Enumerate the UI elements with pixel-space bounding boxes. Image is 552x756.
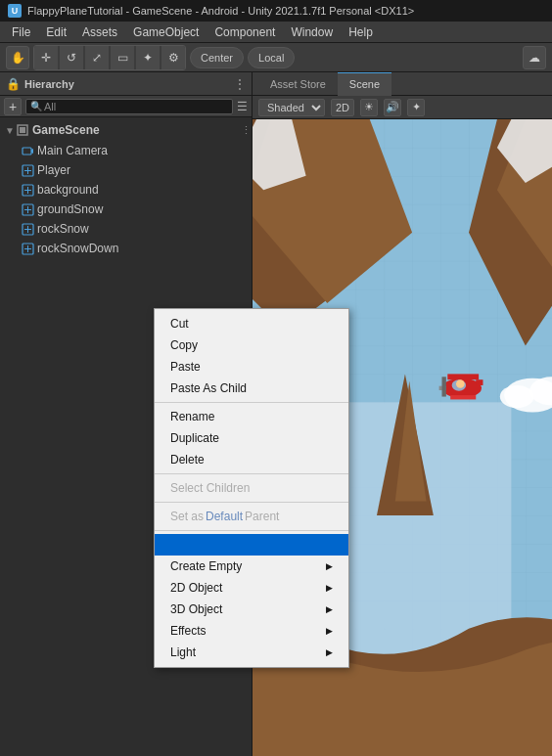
item-label-groundsnow: groundSnow	[37, 202, 103, 216]
center-label: Center	[201, 52, 233, 64]
ctx-create-empty[interactable]	[155, 534, 348, 556]
ctx-select-children: Select Children	[155, 477, 348, 499]
gameobject-icon-background	[22, 184, 34, 197]
scene-tabs: Asset Store Scene	[258, 72, 391, 96]
svg-rect-2	[23, 148, 31, 155]
menu-help[interactable]: Help	[341, 23, 381, 41]
list-item[interactable]: rockSnowDown	[0, 239, 252, 258]
search-icon: 🔍	[30, 101, 42, 111]
item-label-background: background	[37, 183, 99, 197]
toolbar: ✋ ✛ ↺ ⤢ ▭ ✦ ⚙ Center Local ☁	[0, 43, 552, 72]
hierarchy-add-btn[interactable]: +	[4, 98, 22, 115]
rotate-tool-btn[interactable]: ↺	[60, 46, 83, 69]
collab-btn[interactable]: ☁	[523, 46, 546, 69]
rect-tool-btn[interactable]: ▭	[111, 46, 134, 69]
lighting-toggle-btn[interactable]: ☀	[360, 99, 378, 116]
tab-asset-store[interactable]: Asset Store	[258, 72, 338, 96]
item-label-rocksnow: rockSnow	[37, 222, 89, 236]
move-tool-btn[interactable]: ✛	[34, 46, 58, 69]
menu-assets[interactable]: Assets	[74, 23, 125, 41]
ctx-sep-2	[155, 473, 348, 474]
ctx-delete[interactable]: Delete	[155, 449, 348, 470]
svg-point-32	[500, 385, 534, 408]
gameobject-icon-maincamera	[22, 145, 34, 157]
gameobject-icon-rocksnowdown	[22, 243, 34, 255]
app-icon: U	[8, 4, 22, 18]
menu-bar: File Edit Assets GameObject Component Wi…	[0, 22, 552, 43]
scene-tabs-bar: Asset Store Scene	[253, 72, 552, 96]
item-label-player: Player	[37, 163, 70, 177]
transform-tools: ✛ ↺ ⤢ ▭ ✦ ⚙	[33, 45, 186, 70]
hierarchy-lock-icon[interactable]: 🔒	[6, 77, 21, 91]
list-item[interactable]: background	[0, 180, 252, 200]
menu-component[interactable]: Component	[207, 23, 283, 41]
title-bar: U FlappyPlaneTutorial - GameScene - Andr…	[0, 0, 552, 22]
gameobject-icon-groundsnow	[22, 203, 34, 216]
list-item[interactable]: rockSnow	[0, 219, 252, 239]
list-item[interactable]: Main Camera	[0, 141, 252, 160]
fx-toggle-btn[interactable]: ✦	[407, 99, 425, 116]
hierarchy-filter-icon[interactable]: ☰	[237, 100, 248, 113]
ctx-audio[interactable]: Light	[155, 642, 348, 663]
svg-rect-38	[476, 379, 483, 385]
ctx-rename[interactable]: Rename	[155, 406, 348, 427]
ctx-paste-as-child[interactable]: Paste As Child	[155, 378, 348, 399]
ctx-effects[interactable]: 3D Object	[155, 599, 348, 620]
ctx-cut[interactable]: Cut	[155, 313, 348, 334]
scene-expand-icon	[4, 124, 16, 136]
item-label-maincamera: Main Camera	[37, 144, 108, 157]
svg-rect-1	[20, 127, 25, 133]
ctx-duplicate[interactable]: Duplicate	[155, 427, 348, 449]
ctx-sep-3	[155, 502, 348, 503]
scene-root-item[interactable]: GameScene ⋮	[0, 119, 252, 141]
ctx-2d-object[interactable]: Create Empty	[155, 556, 348, 577]
local-global-btn[interactable]: Local	[248, 47, 295, 68]
transform-tool-btn[interactable]: ✦	[136, 46, 160, 69]
ctx-sep-1	[155, 402, 348, 403]
search-placeholder: All	[44, 101, 56, 112]
ctx-sep-4	[155, 530, 348, 531]
hierarchy-title: Hierarchy	[24, 78, 230, 90]
list-item[interactable]: groundSnow	[0, 200, 252, 219]
svg-rect-37	[442, 377, 446, 396]
list-item[interactable]: Player	[0, 160, 252, 180]
menu-file[interactable]: File	[4, 23, 38, 41]
svg-rect-35	[450, 395, 476, 399]
menu-window[interactable]: Window	[283, 23, 341, 41]
gameobject-icon-rocksnow	[22, 223, 34, 236]
menu-edit[interactable]: Edit	[38, 23, 74, 41]
scene-options-icon[interactable]: ⋮	[241, 124, 252, 137]
scene-icon	[16, 123, 29, 137]
ctx-paste[interactable]: Paste	[155, 356, 348, 378]
hand-tool-btn[interactable]: ✋	[6, 46, 29, 69]
center-pivot-btn[interactable]: Center	[190, 47, 244, 68]
audio-toggle-btn[interactable]: 🔊	[384, 99, 401, 116]
hierarchy-search-box[interactable]: 🔍 All	[25, 99, 233, 114]
scene-controls-bar: Shaded 2D ☀ 🔊 ✦	[253, 96, 552, 119]
menu-gameobject[interactable]: GameObject	[125, 23, 207, 41]
svg-point-40	[456, 379, 465, 388]
context-menu: Cut Copy Paste Paste As Child Rename Dup…	[154, 308, 349, 668]
2d-mode-btn[interactable]: 2D	[331, 99, 354, 116]
scale-tool-btn[interactable]: ⤢	[85, 46, 109, 69]
custom-tool-btn[interactable]: ⚙	[161, 46, 185, 69]
local-label: Local	[258, 52, 284, 64]
scene-name: GameScene	[32, 123, 100, 137]
ctx-set-default-parent: Set as DefaultParent	[155, 506, 348, 527]
ctx-copy[interactable]: Copy	[155, 334, 348, 356]
hierarchy-toolbar: + 🔍 All ☰	[0, 96, 252, 117]
item-label-rocksnowdown: rockSnowDown	[37, 242, 118, 255]
ctx-3d-object[interactable]: 2D Object	[155, 577, 348, 599]
hierarchy-more-icon[interactable]: ⋮	[234, 77, 246, 91]
tab-scene[interactable]: Scene	[338, 72, 391, 96]
hierarchy-header: 🔒 Hierarchy ⋮	[0, 72, 252, 96]
svg-rect-34	[447, 374, 479, 379]
ctx-light[interactable]: Effects	[155, 620, 348, 642]
title-text: FlappyPlaneTutorial - GameScene - Androi…	[27, 5, 414, 17]
shading-mode-select[interactable]: Shaded	[258, 99, 325, 116]
gameobject-icon-player	[22, 164, 34, 177]
